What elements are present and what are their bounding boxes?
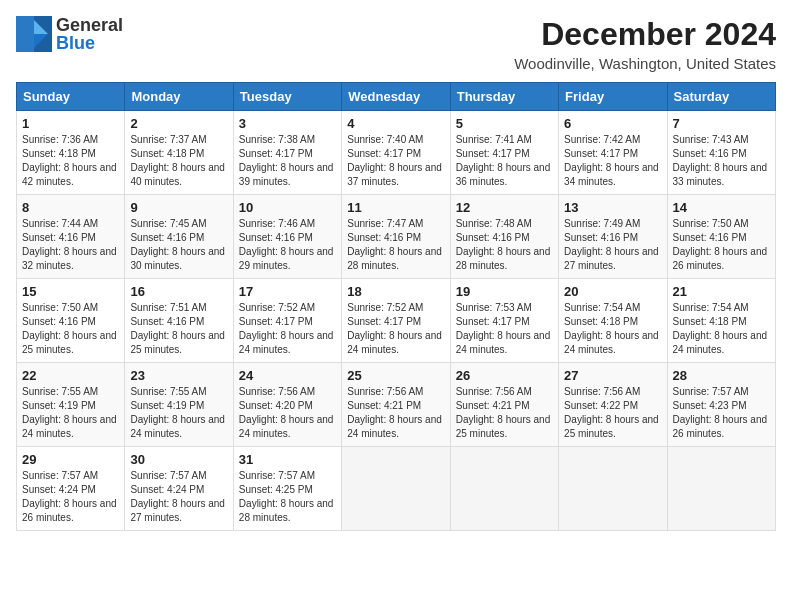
day-number: 24	[239, 368, 336, 383]
sunrise-label: Sunrise: 7:44 AM	[22, 218, 98, 229]
sunset-label: Sunset: 4:21 PM	[347, 400, 421, 411]
sunset-label: Sunset: 4:21 PM	[456, 400, 530, 411]
sunset-label: Sunset: 4:16 PM	[347, 232, 421, 243]
day-number: 21	[673, 284, 770, 299]
day-info: Sunrise: 7:44 AM Sunset: 4:16 PM Dayligh…	[22, 217, 119, 273]
sunrise-label: Sunrise: 7:48 AM	[456, 218, 532, 229]
daylight-label: Daylight: 8 hours and 27 minutes.	[130, 498, 225, 523]
day-info: Sunrise: 7:56 AM Sunset: 4:21 PM Dayligh…	[456, 385, 553, 441]
calendar-cell	[342, 447, 450, 531]
sunset-label: Sunset: 4:24 PM	[130, 484, 204, 495]
day-info: Sunrise: 7:57 AM Sunset: 4:25 PM Dayligh…	[239, 469, 336, 525]
day-number: 16	[130, 284, 227, 299]
day-info: Sunrise: 7:43 AM Sunset: 4:16 PM Dayligh…	[673, 133, 770, 189]
daylight-label: Daylight: 8 hours and 28 minutes.	[347, 246, 442, 271]
day-number: 23	[130, 368, 227, 383]
calendar-cell: 28 Sunrise: 7:57 AM Sunset: 4:23 PM Dayl…	[667, 363, 775, 447]
sunset-label: Sunset: 4:16 PM	[130, 316, 204, 327]
day-number: 25	[347, 368, 444, 383]
calendar-cell	[667, 447, 775, 531]
daylight-label: Daylight: 8 hours and 40 minutes.	[130, 162, 225, 187]
logo-blue-text: Blue	[56, 34, 123, 52]
weekday-header-wednesday: Wednesday	[342, 83, 450, 111]
day-number: 3	[239, 116, 336, 131]
day-info: Sunrise: 7:46 AM Sunset: 4:16 PM Dayligh…	[239, 217, 336, 273]
daylight-label: Daylight: 8 hours and 39 minutes.	[239, 162, 334, 187]
sunset-label: Sunset: 4:17 PM	[239, 316, 313, 327]
logo-general-text: General	[56, 16, 123, 34]
day-info: Sunrise: 7:55 AM Sunset: 4:19 PM Dayligh…	[22, 385, 119, 441]
calendar-cell: 20 Sunrise: 7:54 AM Sunset: 4:18 PM Dayl…	[559, 279, 667, 363]
page-container: General Blue December 2024 Woodinville, …	[16, 16, 776, 531]
sunset-label: Sunset: 4:17 PM	[456, 316, 530, 327]
daylight-label: Daylight: 8 hours and 25 minutes.	[456, 414, 551, 439]
sunset-label: Sunset: 4:17 PM	[239, 148, 313, 159]
daylight-label: Daylight: 8 hours and 30 minutes.	[130, 246, 225, 271]
calendar-week-3: 15 Sunrise: 7:50 AM Sunset: 4:16 PM Dayl…	[17, 279, 776, 363]
calendar-cell: 23 Sunrise: 7:55 AM Sunset: 4:19 PM Dayl…	[125, 363, 233, 447]
sunrise-label: Sunrise: 7:54 AM	[673, 302, 749, 313]
day-info: Sunrise: 7:45 AM Sunset: 4:16 PM Dayligh…	[130, 217, 227, 273]
calendar-week-1: 1 Sunrise: 7:36 AM Sunset: 4:18 PM Dayli…	[17, 111, 776, 195]
calendar-cell: 7 Sunrise: 7:43 AM Sunset: 4:16 PM Dayli…	[667, 111, 775, 195]
sunset-label: Sunset: 4:19 PM	[130, 400, 204, 411]
day-info: Sunrise: 7:40 AM Sunset: 4:17 PM Dayligh…	[347, 133, 444, 189]
daylight-label: Daylight: 8 hours and 24 minutes.	[239, 414, 334, 439]
daylight-label: Daylight: 8 hours and 24 minutes.	[456, 330, 551, 355]
sunset-label: Sunset: 4:16 PM	[22, 316, 96, 327]
day-number: 17	[239, 284, 336, 299]
day-number: 8	[22, 200, 119, 215]
daylight-label: Daylight: 8 hours and 29 minutes.	[239, 246, 334, 271]
daylight-label: Daylight: 8 hours and 25 minutes.	[130, 330, 225, 355]
calendar-cell: 10 Sunrise: 7:46 AM Sunset: 4:16 PM Dayl…	[233, 195, 341, 279]
sunrise-label: Sunrise: 7:55 AM	[130, 386, 206, 397]
day-info: Sunrise: 7:53 AM Sunset: 4:17 PM Dayligh…	[456, 301, 553, 357]
sunrise-label: Sunrise: 7:53 AM	[456, 302, 532, 313]
calendar-cell: 18 Sunrise: 7:52 AM Sunset: 4:17 PM Dayl…	[342, 279, 450, 363]
day-number: 5	[456, 116, 553, 131]
day-info: Sunrise: 7:57 AM Sunset: 4:23 PM Dayligh…	[673, 385, 770, 441]
sunrise-label: Sunrise: 7:50 AM	[673, 218, 749, 229]
day-number: 2	[130, 116, 227, 131]
sunrise-label: Sunrise: 7:57 AM	[130, 470, 206, 481]
calendar-cell: 12 Sunrise: 7:48 AM Sunset: 4:16 PM Dayl…	[450, 195, 558, 279]
weekday-header-tuesday: Tuesday	[233, 83, 341, 111]
day-info: Sunrise: 7:42 AM Sunset: 4:17 PM Dayligh…	[564, 133, 661, 189]
sunrise-label: Sunrise: 7:56 AM	[456, 386, 532, 397]
sunset-label: Sunset: 4:24 PM	[22, 484, 96, 495]
calendar-cell: 5 Sunrise: 7:41 AM Sunset: 4:17 PM Dayli…	[450, 111, 558, 195]
calendar-cell: 14 Sunrise: 7:50 AM Sunset: 4:16 PM Dayl…	[667, 195, 775, 279]
sunrise-label: Sunrise: 7:40 AM	[347, 134, 423, 145]
sunrise-label: Sunrise: 7:56 AM	[564, 386, 640, 397]
day-number: 9	[130, 200, 227, 215]
calendar-cell: 16 Sunrise: 7:51 AM Sunset: 4:16 PM Dayl…	[125, 279, 233, 363]
sunrise-label: Sunrise: 7:45 AM	[130, 218, 206, 229]
daylight-label: Daylight: 8 hours and 26 minutes.	[22, 498, 117, 523]
sunset-label: Sunset: 4:16 PM	[239, 232, 313, 243]
sunrise-label: Sunrise: 7:36 AM	[22, 134, 98, 145]
sunrise-label: Sunrise: 7:38 AM	[239, 134, 315, 145]
calendar-cell: 2 Sunrise: 7:37 AM Sunset: 4:18 PM Dayli…	[125, 111, 233, 195]
calendar-cell: 24 Sunrise: 7:56 AM Sunset: 4:20 PM Dayl…	[233, 363, 341, 447]
day-info: Sunrise: 7:54 AM Sunset: 4:18 PM Dayligh…	[564, 301, 661, 357]
sunrise-label: Sunrise: 7:47 AM	[347, 218, 423, 229]
sunrise-label: Sunrise: 7:46 AM	[239, 218, 315, 229]
sunrise-label: Sunrise: 7:56 AM	[239, 386, 315, 397]
daylight-label: Daylight: 8 hours and 34 minutes.	[564, 162, 659, 187]
day-number: 31	[239, 452, 336, 467]
sunrise-label: Sunrise: 7:43 AM	[673, 134, 749, 145]
day-number: 10	[239, 200, 336, 215]
day-info: Sunrise: 7:50 AM Sunset: 4:16 PM Dayligh…	[22, 301, 119, 357]
daylight-label: Daylight: 8 hours and 42 minutes.	[22, 162, 117, 187]
calendar-cell: 1 Sunrise: 7:36 AM Sunset: 4:18 PM Dayli…	[17, 111, 125, 195]
day-number: 6	[564, 116, 661, 131]
calendar-cell: 3 Sunrise: 7:38 AM Sunset: 4:17 PM Dayli…	[233, 111, 341, 195]
sunset-label: Sunset: 4:18 PM	[564, 316, 638, 327]
day-number: 14	[673, 200, 770, 215]
daylight-label: Daylight: 8 hours and 24 minutes.	[673, 330, 768, 355]
sunset-label: Sunset: 4:16 PM	[673, 148, 747, 159]
weekday-header-monday: Monday	[125, 83, 233, 111]
day-info: Sunrise: 7:57 AM Sunset: 4:24 PM Dayligh…	[130, 469, 227, 525]
day-number: 4	[347, 116, 444, 131]
sunset-label: Sunset: 4:17 PM	[456, 148, 530, 159]
